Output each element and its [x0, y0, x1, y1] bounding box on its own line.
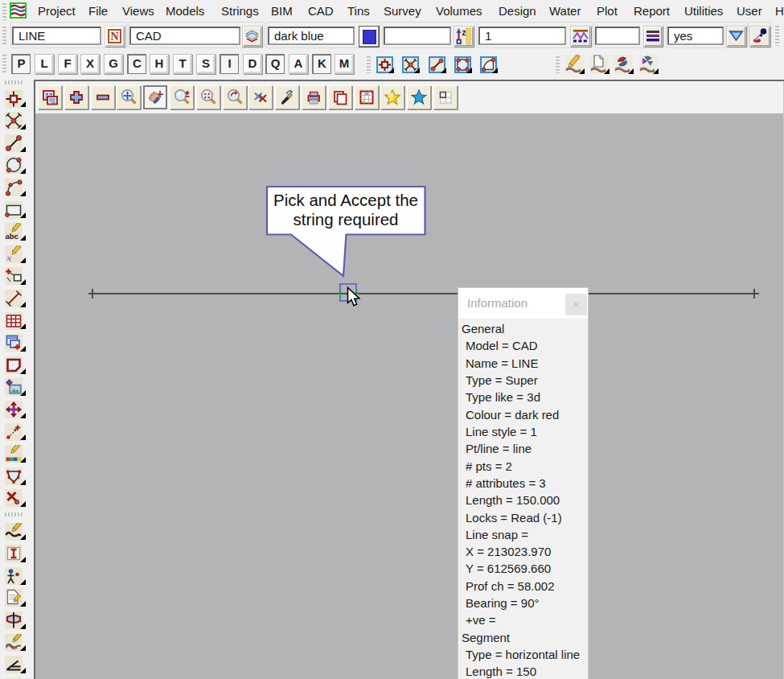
svg-text:abc: abc: [6, 232, 18, 241]
svg-text:z: z: [462, 28, 466, 37]
